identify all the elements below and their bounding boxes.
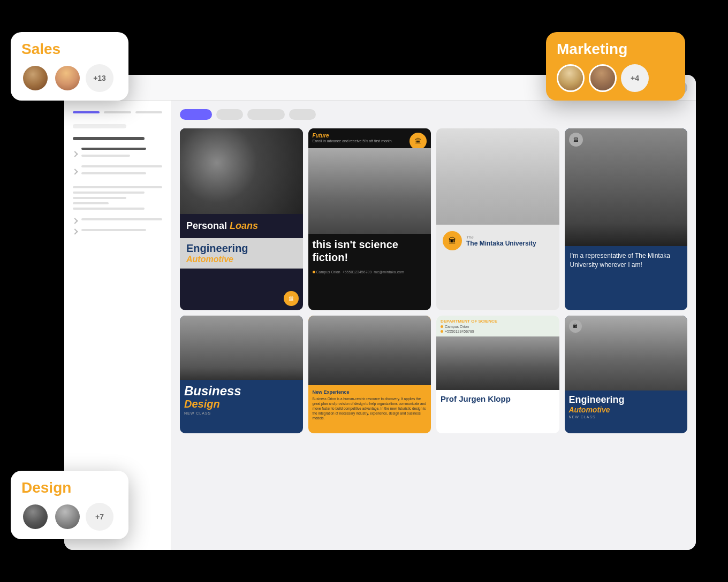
line — [81, 172, 146, 174]
business-photo — [180, 316, 303, 380]
design-float-card: Design +7 — [11, 471, 128, 539]
professor-name: Prof Jurgen Klopp — [441, 394, 555, 404]
sidebar-block-2 — [73, 186, 162, 210]
sidebar-lines-4 — [81, 229, 162, 234]
design-title: Design — [184, 398, 299, 410]
business-title: Business — [184, 384, 299, 398]
tab-inactive-1[interactable] — [104, 111, 131, 113]
dept-label: department of science Campus Orion +5550… — [436, 316, 559, 336]
avatar-4 — [589, 64, 617, 92]
card-2-logo: 🏛 — [410, 133, 427, 150]
card-personal-loans[interactable]: Personal Loans 🏛 Engineering Automotive — [180, 128, 303, 310]
experience-photo — [308, 316, 431, 385]
sidebar-item-2[interactable] — [73, 165, 162, 178]
card-engineering-new[interactable]: 🏛 Engineering Automotive NEW CLASS — [565, 316, 688, 433]
chevron-icon-2 — [72, 169, 78, 174]
rocket-photo — [308, 148, 431, 234]
avatar-5 — [21, 503, 49, 531]
filter-2[interactable] — [247, 109, 285, 120]
card-experience[interactable]: New Experience Business Orion is a human… — [308, 316, 431, 433]
university-text: The The Mintaka University — [466, 235, 536, 247]
sidebar-tabs — [73, 111, 162, 113]
sidebar-item-4[interactable] — [73, 229, 162, 234]
line — [73, 192, 145, 194]
phone-row: +5550123456789 — [441, 330, 555, 333]
professor-content: Prof Jurgen Klopp — [436, 390, 559, 408]
sidebar-lines-3 — [81, 218, 162, 224]
main-content: Personal Loans 🏛 Engineering Automotive — [171, 101, 696, 550]
contact-phone: +5550123456789 — [343, 270, 372, 274]
engineering-new-title: Engineering — [569, 395, 684, 405]
future-tag: Future — [313, 133, 427, 139]
sales-avatars: +13 — [21, 64, 118, 92]
card-business-design[interactable]: Business Design NEW CLASS — [180, 316, 303, 433]
new-class-tag: NEW CLASS — [569, 415, 684, 419]
hall-columns — [487, 128, 509, 225]
phone-text: +5550123456789 — [445, 330, 474, 333]
marketing-count: +4 — [621, 64, 649, 92]
line — [81, 165, 162, 167]
university-name: The Mintaka University — [466, 240, 536, 247]
filter-1[interactable] — [216, 109, 243, 120]
tab-active[interactable] — [73, 111, 100, 113]
card-2-footer: Campus Orion +5550123456789 me@mintaka.c… — [308, 268, 431, 278]
eng-badge: 🏛 — [569, 320, 582, 333]
contact-campus: Campus Orion — [313, 270, 340, 274]
sales-float-card: Sales +13 — [11, 32, 128, 101]
new-class-badge: NEW CLASS — [184, 411, 299, 415]
filter-all[interactable] — [180, 109, 212, 120]
design-title: Design — [21, 479, 118, 496]
rep-text: I'm a representative of The Mintaka Univ… — [565, 246, 688, 275]
engineering-photo: 🏛 — [565, 316, 688, 390]
line — [81, 148, 146, 150]
marketing-float-card: Marketing +4 — [546, 32, 685, 101]
sidebar-lines-2 — [81, 165, 162, 178]
engineering-content: Engineering Automotive NEW CLASS — [565, 390, 688, 423]
avatar-2 — [54, 64, 81, 92]
line — [73, 197, 126, 199]
university-logo: 🏛 — [443, 231, 462, 250]
business-content: Business Design NEW CLASS — [180, 380, 303, 419]
sidebar-item-1[interactable] — [73, 148, 162, 160]
sidebar-search[interactable] — [73, 124, 126, 128]
experience-title: New Experience — [313, 389, 427, 395]
card-science[interactable]: Future Enroll in advance and receive 5% … — [308, 128, 431, 310]
card-1-badge: 🏛 — [284, 291, 299, 306]
tab-inactive-2[interactable] — [135, 111, 162, 113]
campus-row: Campus Orion — [441, 325, 555, 328]
browser-content: Personal Loans 🏛 Engineering Automotive — [64, 101, 696, 550]
automotive-title: Automotive — [186, 255, 297, 264]
dot-icon — [313, 271, 315, 273]
card-1-content: Personal Loans 🏛 — [180, 214, 303, 238]
filter-3[interactable] — [289, 109, 316, 120]
experience-content: New Experience Business Orion is a human… — [308, 385, 431, 425]
campus-text: Campus Orion — [445, 325, 469, 328]
card-representative[interactable]: 🏛 I'm a representative of The Mintaka Un… — [565, 128, 688, 310]
card-1-engineering: Engineering Automotive — [180, 238, 303, 269]
science-heading: this isn't science fiction! — [308, 234, 431, 268]
sport-photo: 🏛 — [565, 128, 688, 246]
avatar-3 — [557, 64, 585, 92]
browser-window: Personal Loans 🏛 Engineering Automotive — [64, 75, 696, 550]
line — [81, 218, 162, 220]
sales-title: Sales — [21, 41, 118, 58]
line — [73, 186, 162, 188]
loans-subtitle: Loans — [230, 220, 258, 231]
dept-text: department of science — [441, 319, 555, 324]
card-university[interactable]: 🏛 The The Mintaka University — [436, 128, 559, 310]
line — [73, 208, 145, 210]
phone-dot — [441, 330, 443, 333]
avatar-1 — [21, 64, 49, 92]
chevron-icon-1 — [72, 151, 78, 157]
card-grid: Personal Loans 🏛 Engineering Automotive — [180, 128, 687, 433]
university-tagline: The — [466, 235, 536, 240]
marketing-avatars: +4 — [557, 64, 674, 92]
marketing-title: Marketing — [557, 41, 674, 58]
sidebar-lines-1 — [81, 148, 162, 160]
card-1-photo — [180, 128, 303, 214]
card-professor[interactable]: department of science Campus Orion +5550… — [436, 316, 559, 433]
sidebar-header — [73, 137, 145, 140]
line — [73, 202, 109, 204]
university-content: 🏛 The The Mintaka University — [436, 225, 559, 257]
sidebar-item-3[interactable] — [73, 218, 162, 224]
